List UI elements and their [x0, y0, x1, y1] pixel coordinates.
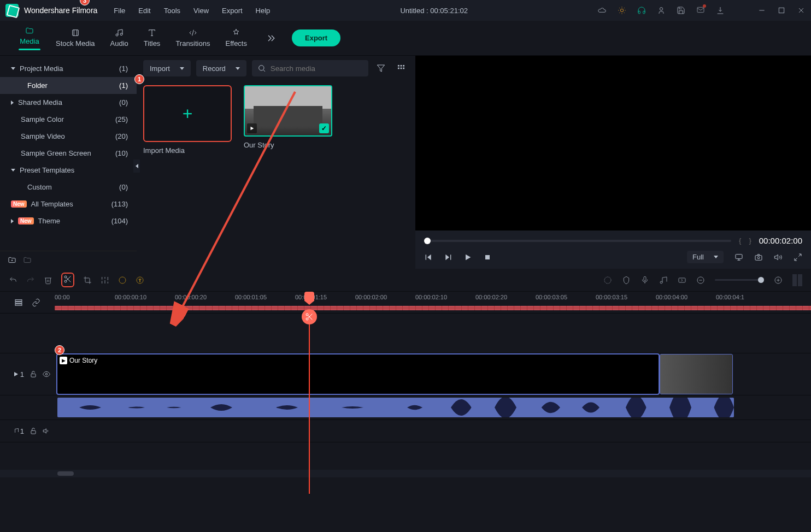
split-tool-active[interactable]: [61, 273, 74, 287]
play-icon[interactable]: [463, 253, 472, 262]
notification-dot: [703, 4, 706, 8]
audio-waveform[interactable]: [57, 398, 734, 417]
tab-label: Transitions: [175, 39, 210, 48]
filter-icon[interactable]: [374, 60, 389, 76]
render-icon[interactable]: [603, 276, 612, 285]
track-manager-icon[interactable]: [14, 298, 23, 307]
prev-frame-icon[interactable]: [424, 253, 433, 262]
sidebar-item-project-media[interactable]: Project Media(1): [0, 60, 137, 77]
tab-effects[interactable]: Effects: [218, 28, 255, 48]
monitor-icon[interactable]: [734, 253, 743, 262]
tab-stock-media[interactable]: Stock Media: [48, 28, 103, 48]
preview-screen[interactable]: [415, 56, 811, 230]
tab-media[interactable]: Media: [11, 26, 48, 50]
more-icon[interactable]: [266, 33, 277, 44]
mark-out-icon[interactable]: }: [749, 237, 751, 245]
sidebar-item-sample-video[interactable]: Sample Video(20): [0, 128, 137, 145]
snapshot-icon[interactable]: [754, 253, 763, 262]
fullscreen-icon[interactable]: [794, 253, 802, 262]
voiceover-icon[interactable]: [640, 276, 649, 285]
import-dropdown[interactable]: Import: [143, 60, 191, 76]
cloud-icon[interactable]: [598, 6, 607, 15]
undo-icon[interactable]: [9, 276, 17, 285]
redo-icon[interactable]: [26, 276, 35, 285]
close-icon[interactable]: [797, 6, 806, 15]
folder-icon[interactable]: [23, 256, 32, 264]
record-dropdown[interactable]: Record: [196, 60, 246, 76]
progress-slider[interactable]: [424, 240, 731, 242]
lock-icon[interactable]: [30, 370, 37, 378]
effects-icon: [232, 28, 240, 37]
headphones-icon[interactable]: [637, 6, 646, 15]
audio-track: 1: [0, 420, 811, 442]
sidebar-item-preset-templates[interactable]: Preset Templates: [0, 162, 137, 179]
collapse-handle[interactable]: [133, 159, 140, 173]
svg-point-1: [660, 8, 662, 10]
tab-titles[interactable]: Titles: [136, 28, 168, 48]
mail-icon-wrapper[interactable]: [696, 5, 705, 16]
zoom-out-icon[interactable]: [696, 276, 705, 285]
sidebar-item-folder[interactable]: Folder(1): [0, 77, 137, 94]
audio-mixer-icon[interactable]: [659, 276, 668, 285]
clip-card[interactable]: ✓ Our Story: [244, 85, 332, 155]
search-icon: [257, 64, 266, 73]
music-icon: [115, 28, 124, 37]
maximize-icon[interactable]: [777, 6, 786, 15]
svg-marker-18: [378, 65, 385, 72]
svg-point-38: [757, 256, 760, 258]
volume-icon[interactable]: [774, 253, 783, 262]
zoom-in-icon[interactable]: [774, 276, 783, 285]
mark-in-icon[interactable]: {: [739, 237, 741, 245]
scrollbar-horizontal[interactable]: [0, 470, 811, 477]
play-icon: ▶: [60, 357, 67, 364]
video-clip[interactable]: ▶Our Story: [57, 354, 659, 394]
menu-export[interactable]: Export: [222, 7, 243, 15]
lock-icon[interactable]: [30, 427, 37, 435]
split-screen-icon[interactable]: [792, 274, 802, 286]
export-button[interactable]: Export: [292, 29, 340, 46]
text-tool-icon[interactable]: T: [136, 276, 144, 285]
menu-file[interactable]: File: [114, 7, 125, 15]
menu-view[interactable]: View: [193, 7, 209, 15]
menu-edit[interactable]: Edit: [138, 7, 150, 15]
import-media-card[interactable]: + Import Media: [143, 85, 232, 155]
save-icon[interactable]: [677, 6, 685, 15]
user-icon[interactable]: [657, 6, 666, 15]
sidebar-item-theme[interactable]: NewTheme(104): [0, 212, 137, 229]
color-icon[interactable]: [118, 276, 127, 285]
marker-icon[interactable]: [622, 276, 631, 285]
grid-view-icon[interactable]: [394, 60, 409, 76]
sidebar-item-custom[interactable]: Custom(0): [0, 179, 137, 196]
menu-help[interactable]: Help: [256, 7, 271, 15]
minimize-icon[interactable]: [757, 6, 766, 15]
tab-transitions[interactable]: Transitions: [168, 28, 218, 48]
sidebar-item-sample-green[interactable]: Sample Green Screen(10): [0, 145, 137, 162]
download-icon[interactable]: [716, 6, 725, 15]
svg-point-42: [64, 276, 67, 278]
new-badge: New: [18, 217, 34, 224]
chevron-down-icon: [180, 67, 184, 70]
sidebar-item-all-templates[interactable]: NewAll Templates(113): [0, 196, 137, 212]
quality-dropdown[interactable]: Full: [687, 251, 724, 263]
tab-audio[interactable]: Audio: [103, 28, 136, 48]
adjust-icon[interactable]: [101, 276, 109, 285]
keyframe-icon[interactable]: [678, 276, 686, 285]
search-input[interactable]: [271, 64, 363, 73]
sun-icon[interactable]: [618, 6, 626, 15]
video-clip-extension[interactable]: [660, 354, 732, 394]
preview-panel: { } 00:00:02:00 Full: [415, 56, 811, 269]
crop-icon[interactable]: [83, 276, 92, 285]
eye-icon[interactable]: [43, 370, 50, 378]
new-folder-icon[interactable]: [8, 256, 16, 264]
sidebar-item-shared-media[interactable]: Shared Media(0): [0, 94, 137, 111]
sidebar-item-sample-color[interactable]: Sample Color(25): [0, 111, 137, 128]
link-icon[interactable]: [32, 298, 40, 307]
svg-point-57: [660, 281, 662, 283]
delete-icon[interactable]: [44, 276, 52, 285]
timeline-ruler[interactable]: 00:0000:00:00:1000:00:00:2000:00:01:0500…: [0, 292, 811, 314]
stop-icon[interactable]: [483, 253, 492, 262]
step-back-icon[interactable]: [444, 253, 452, 262]
speaker-icon[interactable]: [43, 427, 50, 435]
zoom-slider[interactable]: [715, 279, 764, 281]
menu-tools[interactable]: Tools: [164, 7, 180, 15]
